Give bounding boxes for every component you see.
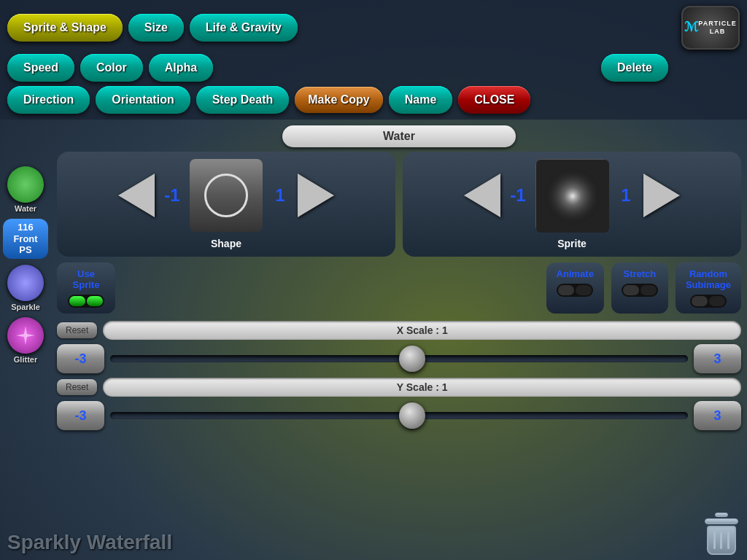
y-scale-label: Y Scale : 1: [103, 378, 741, 397]
shape-prev-button[interactable]: [118, 174, 155, 217]
toggle-row: UseSprite Animate Stretch Random: [57, 262, 741, 314]
nav-row-1: Sprite & Shape Size Life & Gravity ℳ PAR…: [7, 6, 740, 50]
spacer-toggle: [123, 262, 539, 314]
x-scale-track[interactable]: [110, 355, 688, 362]
svg-marker-0: [16, 326, 35, 345]
x-scale-min-button[interactable]: -3: [57, 344, 104, 373]
animate-label: Animate: [557, 268, 594, 279]
make-copy-button[interactable]: Make Copy: [295, 87, 382, 112]
shape-circle-icon: [204, 174, 248, 217]
sprite-shape-button[interactable]: Sprite & Shape: [7, 14, 123, 42]
use-sprite-label: UseSprite: [73, 268, 100, 290]
stretch-off2: [640, 285, 657, 295]
y-scale-slider-row: -3 3: [57, 401, 741, 430]
shape-left-val: -1: [159, 185, 185, 206]
sprite-label: Sprite: [557, 238, 587, 249]
sidebar-item-glitter[interactable]: Glitter: [7, 317, 44, 364]
stretch-track: [622, 284, 658, 297]
glitter-sparkle-icon: [15, 324, 36, 346]
random-subimage-label: RandomSubimage: [686, 268, 731, 290]
x-scale-row: Reset X Scale : 1: [57, 321, 741, 340]
sprite-left-val: -1: [505, 185, 531, 206]
water-circle: [7, 166, 44, 203]
ps-badge: 116 Front PS: [3, 219, 48, 259]
x-scale-thumb[interactable]: [399, 346, 425, 372]
life-gravity-button[interactable]: Life & Gravity: [190, 14, 298, 42]
animate-toggle[interactable]: Animate: [546, 262, 604, 314]
direction-button[interactable]: Direction: [7, 86, 90, 114]
animate-off2: [576, 285, 592, 295]
left-sidebar: Water 116 Front PS Sparkle Glitter: [0, 160, 51, 370]
name-button[interactable]: Name: [389, 86, 453, 114]
svg-point-2: [543, 167, 602, 225]
toggle-on-2: [87, 296, 103, 306]
water-label-container: Water: [57, 125, 741, 147]
trash-line-3: [727, 532, 729, 549]
y-scale-thumb[interactable]: [399, 402, 425, 429]
sidebar-item-sparkle[interactable]: Sparkle: [7, 265, 44, 311]
sprite-preview: [535, 159, 608, 232]
sprite-right-val: 1: [613, 185, 639, 206]
random-subimage-toggle[interactable]: RandomSubimage: [676, 262, 741, 314]
close-button[interactable]: CLOSE: [458, 86, 530, 114]
sprite-controls-row: -1 1: [464, 159, 680, 232]
step-death-button[interactable]: Step Death: [196, 86, 290, 114]
sprite-panel: -1 1: [403, 152, 741, 257]
use-sprite-toggle[interactable]: UseSprite: [57, 262, 115, 314]
size-button[interactable]: Size: [128, 14, 184, 42]
shape-right-val: 1: [267, 185, 293, 206]
x-scale-slider-row: -3 3: [57, 344, 741, 373]
x-scale-max-button[interactable]: 3: [694, 344, 741, 373]
animate-track: [557, 284, 593, 297]
y-scale-max-button[interactable]: 3: [694, 401, 741, 430]
x-scale-label: X Scale : 1: [103, 321, 741, 340]
trash-lines: [708, 527, 735, 553]
water-label-side: Water: [15, 204, 36, 213]
trash-button[interactable]: [703, 513, 740, 553]
shape-label: Shape: [211, 238, 241, 249]
shape-controls-row: -1 1: [118, 159, 334, 232]
sprite-prev-button[interactable]: [464, 174, 500, 217]
nav-row-2: Speed Color Alpha Delete: [7, 54, 740, 82]
sparkle-label-side: Sparkle: [11, 303, 40, 311]
trash-body: [707, 526, 736, 555]
trash-handle: [715, 513, 728, 517]
sparkle-circle: [7, 265, 44, 301]
stretch-toggle[interactable]: Stretch: [611, 262, 668, 314]
sprite-glow-icon: [536, 160, 609, 233]
trash-line-2: [720, 532, 722, 549]
bottom-title: Sparkly Waterfall: [7, 531, 172, 554]
y-scale-min-button[interactable]: -3: [57, 401, 104, 430]
glitter-label-side: Glitter: [14, 355, 37, 364]
random-subimage-track: [690, 295, 727, 308]
shape-preview: [190, 159, 263, 232]
stretch-off: [623, 285, 639, 295]
x-scale-reset-button[interactable]: Reset: [57, 322, 97, 338]
shape-sprite-container: -1 1 Shape -1: [57, 152, 741, 257]
shape-panel: -1 1 Shape: [57, 152, 395, 257]
water-title: Water: [282, 125, 516, 147]
y-scale-reset-button[interactable]: Reset: [57, 379, 97, 395]
orientation-button[interactable]: Orientation: [96, 86, 190, 114]
sprite-next-button[interactable]: [643, 174, 680, 217]
y-scale-row: Reset Y Scale : 1: [57, 378, 741, 397]
speed-button[interactable]: Speed: [7, 54, 74, 82]
logo-text: PARTICLELAB: [698, 20, 736, 36]
logo-m: ℳ: [684, 20, 698, 36]
logo: ℳ PARTICLELAB: [681, 6, 740, 50]
stretch-label: Stretch: [623, 268, 656, 279]
nav-row-3: Direction Orientation Step Death Make Co…: [7, 86, 740, 114]
sidebar-item-water[interactable]: Water: [7, 166, 44, 213]
trash-lid: [705, 518, 738, 524]
y-scale-track[interactable]: [110, 412, 688, 419]
use-sprite-track: [68, 295, 104, 308]
random-off2: [709, 296, 725, 306]
glitter-circle: [7, 317, 44, 354]
color-button[interactable]: Color: [80, 54, 143, 82]
toggle-on-1: [69, 296, 85, 306]
top-nav: Sprite & Shape Size Life & Gravity ℳ PAR…: [0, 0, 747, 120]
shape-next-button[interactable]: [298, 174, 334, 217]
delete-button[interactable]: Delete: [601, 54, 668, 82]
alpha-button[interactable]: Alpha: [149, 54, 213, 82]
random-off: [692, 296, 708, 306]
